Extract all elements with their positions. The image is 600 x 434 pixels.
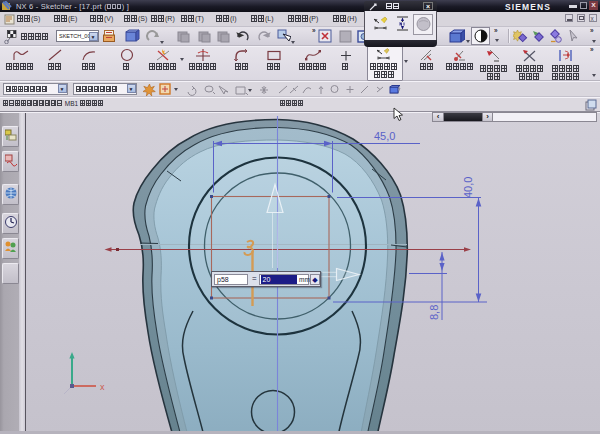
svg-text:45,0: 45,0 bbox=[374, 130, 395, 142]
svg-text:40,0: 40,0 bbox=[462, 177, 474, 198]
svg-text:x: x bbox=[100, 382, 105, 392]
svg-text:8,8: 8,8 bbox=[428, 305, 440, 320]
